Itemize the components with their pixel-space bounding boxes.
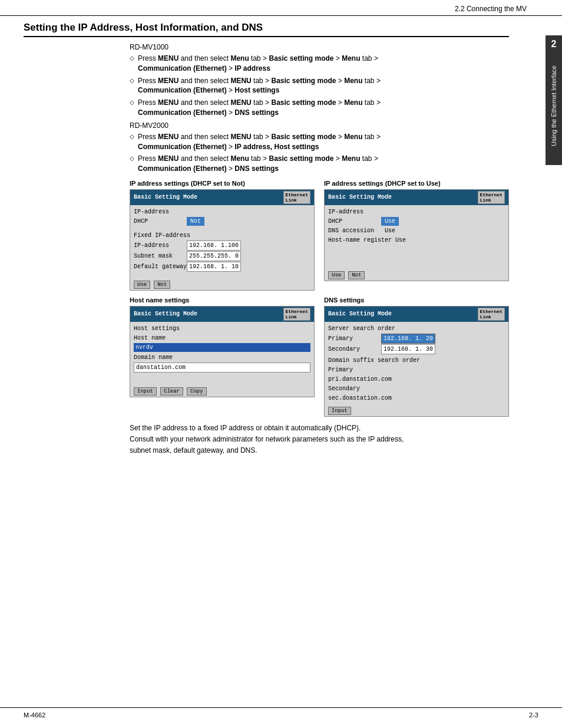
not-btn[interactable]: Not	[348, 271, 365, 279]
screen-row: DHCP Use	[328, 217, 505, 226]
ethernet-badge: EthernetLink	[283, 191, 310, 204]
instruction-item: ◇ Press MENU and then select MENU tab > …	[130, 76, 509, 96]
model-label-mv1000: RD-MV1000	[130, 43, 509, 51]
screen-title-text: Basic Setting Mode	[328, 194, 392, 200]
screen-row: DHCP Not	[134, 217, 310, 226]
dhcp-value: Use	[381, 217, 399, 226]
ethernet-badge: EthernetLink	[283, 308, 310, 321]
input-btn[interactable]: Input	[328, 407, 351, 415]
screen-caption-ip-not: IP address settings (DHCP set to Not)	[130, 180, 315, 187]
summary-line-1: Set the IP address to a fixed IP address…	[130, 423, 509, 434]
dhcp-value: Not	[187, 217, 204, 226]
domain-name-row: danstation.com	[134, 363, 310, 373]
side-tab: Using the Ethernet Interface	[546, 47, 562, 165]
domain-name-value: danstation.com	[134, 363, 310, 373]
screen-row: DNS accession Use	[328, 226, 505, 235]
primary-dns-value: 192.168. 1. 20	[381, 334, 435, 344]
screen-row: Default gateway 192.168. 1. 10	[134, 262, 310, 272]
screen-caption-host: Host name settings	[130, 297, 315, 304]
screen-label: Subnet mask	[134, 252, 187, 261]
screen-label: Host-name register	[328, 236, 392, 245]
screen-caption-dns: DNS settings	[324, 297, 509, 304]
subnet-mask-value: 255.255.255. 0	[187, 251, 241, 261]
screen-label: Host name	[134, 334, 187, 342]
hostname-register-value: Use	[392, 236, 409, 245]
footer-left: M-4662	[24, 711, 45, 719]
summary-line-2: Consult with your network administrator …	[130, 434, 509, 445]
summary-line-3: subnet mask, default gateway, and DNS.	[130, 445, 509, 456]
screen-label: Domain suffix search order	[328, 356, 420, 365]
screen-title-text: Basic Setting Mode	[328, 311, 392, 317]
use-btn[interactable]: Use	[328, 271, 345, 279]
main-content: Setting the IP Address, Host Information…	[0, 16, 544, 480]
primary-suffix-value: pri.danstation.com	[328, 375, 392, 384]
screen-footer: Input Clear Copy	[130, 386, 314, 397]
screen-row: Fixed IP-address	[134, 231, 310, 240]
instructions-mv1000: ◇ Press MENU and then select Menu tab > …	[130, 54, 509, 118]
screen-body: IP-address DHCP Not Fixed IP-address IP-…	[130, 205, 314, 279]
screen-label: Secondary	[328, 384, 381, 393]
copy-btn[interactable]: Copy	[187, 387, 207, 396]
screen-row: Subnet mask 255.255.255. 0	[134, 251, 310, 261]
model-label-mv2000: RD-MV2000	[130, 121, 509, 130]
instruction-item: ◇ Press MENU and then select Menu tab > …	[130, 54, 509, 74]
screen-row: Primary 192.168. 1. 20	[328, 334, 505, 344]
instruction-item: ◇ Press MENU and then select Menu tab > …	[130, 154, 509, 174]
screen-label: Default gateway	[134, 262, 187, 271]
screen-title-text: Basic Setting Mode	[134, 194, 197, 200]
screen-label: Primary	[328, 334, 381, 343]
screen-row: Server search order	[328, 324, 505, 333]
dns-accession-value: Use	[381, 226, 399, 235]
instruction-item: ◇ Press MENU and then select MENU tab > …	[130, 132, 509, 152]
device-screen-host: Basic Setting Mode EthernetLink Host set…	[130, 306, 315, 397]
footer-right: 2-3	[529, 711, 538, 719]
screen-body: Server search order Primary 192.168. 1. …	[325, 322, 508, 406]
screen-row: Domain name	[134, 353, 310, 362]
screens-row-host-dns: Host name settings Basic Setting Mode Et…	[130, 297, 509, 417]
screen-label: DNS accession	[328, 226, 381, 235]
screen-row: Host-name register Use	[328, 236, 505, 245]
screen-row: Secondary 192.168. 1. 30	[328, 344, 505, 354]
bullet-icon: ◇	[130, 54, 134, 62]
input-btn[interactable]: Input	[134, 387, 157, 396]
screen-dns: DNS settings Basic Setting Mode Ethernet…	[324, 297, 509, 417]
screen-label: DHCP	[328, 217, 381, 226]
section-header: 2.2 Connecting the MV	[455, 5, 527, 13]
clear-btn[interactable]: Clear	[160, 387, 183, 396]
screen-row: IP-address	[328, 207, 505, 216]
page-container: 2.2 Connecting the MV 2 Using the Ethern…	[0, 0, 562, 728]
footer-bar: M-4662 2-3	[0, 707, 562, 722]
screen-label: Fixed IP-address	[134, 231, 190, 240]
secondary-suffix-value: sec.doastation.com	[328, 394, 392, 403]
screen-host: Host name settings Basic Setting Mode Et…	[130, 297, 315, 417]
ethernet-badge: EthernetLink	[478, 191, 505, 204]
screen-ip-use: IP address settings (DHCP set to Use) Ba…	[324, 180, 509, 291]
screen-label: IP-address	[134, 241, 187, 250]
screen-row: IP-address	[134, 207, 310, 216]
screen-title-text: Basic Setting Mode	[134, 311, 197, 317]
screen-titlebar: Basic Setting Mode EthernetLink	[325, 307, 508, 322]
screen-titlebar: Basic Setting Mode EthernetLink	[130, 190, 314, 205]
host-name-input-row: nvrdv	[134, 343, 310, 352]
screen-row: Primary	[328, 365, 505, 374]
device-screen-ip-use: Basic Setting Mode EthernetLink IP-addre…	[324, 189, 509, 281]
ip-address-value: 192.168. 1.100	[187, 241, 241, 251]
screen-row: pri.danstation.com	[328, 375, 505, 384]
screen-footer: Use Not	[325, 270, 508, 281]
bullet-icon: ◇	[130, 154, 134, 163]
use-btn[interactable]: Use	[134, 281, 150, 289]
screen-label: IP-address	[328, 207, 381, 216]
secondary-dns-value: 192.168. 1. 30	[381, 344, 435, 354]
screen-footer: Use Not	[130, 279, 314, 290]
device-screen-ip-not: Basic Setting Mode EthernetLink IP-addre…	[130, 189, 315, 291]
not-btn[interactable]: Not	[154, 281, 170, 289]
top-header: 2.2 Connecting the MV	[0, 0, 562, 16]
screen-row: Host settings	[134, 324, 310, 333]
screen-row: sec.doastation.com	[328, 394, 505, 403]
screen-label: Server search order	[328, 324, 395, 333]
screen-caption-ip-use: IP address settings (DHCP set to Use)	[324, 180, 509, 187]
screen-row: IP-address 192.168. 1.100	[134, 241, 310, 251]
host-name-value: nvrdv	[134, 343, 310, 352]
screens-row-ip: IP address settings (DHCP set to Not) Ba…	[130, 180, 509, 291]
screen-titlebar: Basic Setting Mode EthernetLink	[130, 307, 314, 322]
